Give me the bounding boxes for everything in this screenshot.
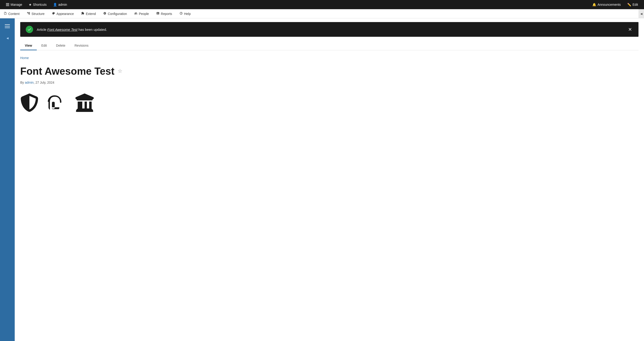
- menu-line-3: [5, 28, 10, 28]
- notification-text: Article Font Awesome Test has been updat…: [37, 28, 624, 32]
- nav-reports[interactable]: Reports: [152, 9, 176, 18]
- nav-people[interactable]: People: [130, 9, 152, 18]
- breadcrumb-home-link[interactable]: Home: [20, 56, 29, 60]
- nav-content-label: Content: [8, 12, 20, 16]
- success-icon: [26, 26, 33, 33]
- article-meta: By admin, 27 July, 2024: [20, 81, 638, 84]
- tab-revisions[interactable]: Revisions: [70, 41, 93, 50]
- nav-structure-label: Structure: [32, 12, 44, 16]
- appearance-icon: [52, 12, 55, 16]
- announcements-label: Announcements: [598, 3, 621, 6]
- configuration-icon: [103, 12, 106, 16]
- nav-appearance[interactable]: Appearance: [48, 9, 78, 18]
- sidebar-expand-button[interactable]: ◀: [2, 34, 13, 43]
- nav-people-label: People: [139, 12, 149, 16]
- reports-icon: [156, 12, 160, 16]
- menu-line-2: [5, 26, 10, 26]
- manage-label: Manage: [10, 3, 22, 6]
- edit-label: Edit: [632, 3, 638, 6]
- nav-configuration-label: Configuration: [108, 12, 127, 16]
- star-icon: ★: [29, 3, 32, 6]
- sidebar: ◀: [0, 18, 15, 341]
- notification-suffix: has been updated.: [78, 28, 107, 32]
- shortcuts-button[interactable]: ★ Shortcuts: [26, 0, 50, 9]
- admin-bar-right: 🔔 Announcements ✏️ Edit: [589, 0, 641, 9]
- edit-shortcut-button[interactable]: ✏️ Edit: [624, 0, 641, 9]
- pencil-icon: ✏️: [627, 3, 631, 6]
- bookmark-icon[interactable]: ☆: [118, 68, 122, 74]
- file-icon: [4, 12, 7, 16]
- tab-view[interactable]: View: [20, 41, 37, 50]
- content-area: Article Font Awesome Test has been updat…: [15, 18, 644, 341]
- help-icon: [180, 12, 183, 16]
- secondary-nav: Content Structure Appearance Extend Conf…: [0, 9, 644, 18]
- bell-icon: 🔔: [592, 3, 596, 6]
- shield-half-icon: [20, 94, 38, 112]
- nav-configuration[interactable]: Configuration: [100, 9, 130, 18]
- structure-icon: [27, 12, 30, 16]
- tab-delete[interactable]: Delete: [52, 41, 70, 50]
- hamburger-icon: [6, 3, 9, 6]
- nav-extend-label: Extend: [86, 12, 96, 16]
- school-lock-icon: [48, 94, 66, 112]
- icons-row: [20, 94, 638, 112]
- admin-bar: Manage ★ Shortcuts 👤 admin 🔔 Announcemen…: [0, 0, 644, 9]
- sidebar-toggle-button[interactable]: [2, 21, 13, 32]
- nav-structure[interactable]: Structure: [23, 9, 48, 18]
- manage-button[interactable]: Manage: [3, 0, 26, 9]
- main-layout: ◀ Article Font Awesome Test has been upd…: [0, 18, 644, 341]
- tab-edit[interactable]: Edit: [37, 41, 52, 50]
- article-content: Home Font Awesome Test ☆ By admin, 27 Ju…: [15, 50, 644, 118]
- menu-line-1: [5, 24, 10, 25]
- admin-label: admin: [58, 3, 67, 6]
- landmark-icon: [76, 94, 94, 112]
- meta-by-text: By: [20, 81, 25, 84]
- article-title: Font Awesome Test ☆: [20, 66, 638, 77]
- shortcuts-label: Shortcuts: [33, 3, 47, 6]
- nav-appearance-label: Appearance: [56, 12, 74, 16]
- tabs-container: View Edit Delete Revisions: [20, 41, 638, 50]
- nav-extend[interactable]: Extend: [78, 9, 100, 18]
- breadcrumb: Home: [20, 56, 638, 60]
- extend-icon: [81, 12, 84, 16]
- notification-article-link[interactable]: Font Awesome Test: [47, 28, 78, 32]
- collapse-sidebar-button[interactable]: ◀: [638, 9, 644, 18]
- article-title-text: Font Awesome Test: [20, 66, 114, 77]
- admin-bar-left: Manage ★ Shortcuts 👤 admin: [3, 0, 70, 9]
- nav-reports-label: Reports: [161, 12, 172, 16]
- admin-user-button[interactable]: 👤 admin: [50, 0, 70, 9]
- nav-end: ◀: [638, 9, 644, 18]
- people-icon: [134, 12, 138, 16]
- meta-date-text: , 27 July, 2024: [34, 81, 54, 84]
- expand-icon: ◀: [6, 36, 8, 40]
- announcements-button[interactable]: 🔔 Announcements: [589, 0, 624, 9]
- user-icon: 👤: [53, 3, 57, 6]
- notification-close-button[interactable]: ✕: [627, 26, 633, 33]
- nav-help[interactable]: Help: [176, 9, 194, 18]
- meta-author-link[interactable]: admin: [25, 81, 34, 84]
- notification-banner: Article Font Awesome Test has been updat…: [20, 22, 638, 37]
- nav-content[interactable]: Content: [0, 9, 23, 18]
- nav-help-label: Help: [184, 12, 191, 16]
